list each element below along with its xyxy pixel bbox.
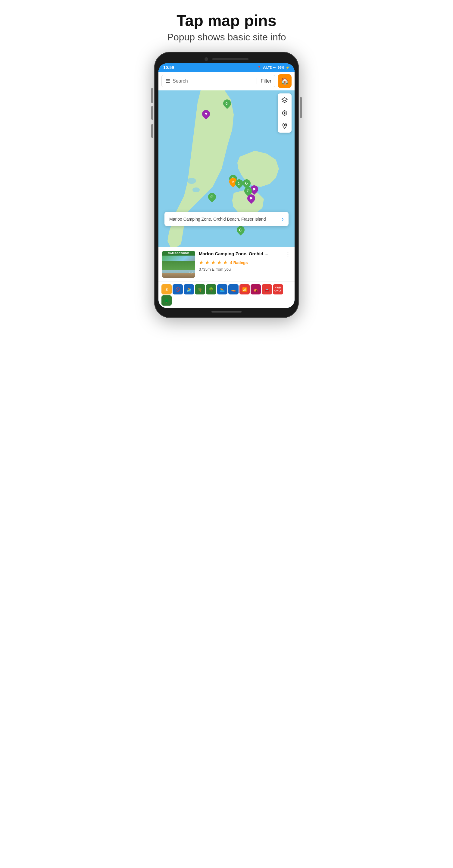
target-button[interactable] bbox=[279, 107, 290, 119]
heart-icon[interactable]: ♡ bbox=[189, 270, 193, 276]
search-placeholder[interactable]: Search bbox=[172, 79, 254, 84]
vol-up-button bbox=[151, 106, 153, 120]
star-3: ★ bbox=[211, 259, 216, 266]
card-title-row: Marloo Camping Zone, Orchid ... ⋮ bbox=[199, 251, 291, 258]
filter-label[interactable]: Filter bbox=[257, 79, 271, 84]
map-pin-11[interactable]: ☪ bbox=[237, 226, 245, 234]
star-2: ★ bbox=[205, 259, 209, 266]
location-icon: 📍 bbox=[257, 66, 261, 70]
svg-point-5 bbox=[284, 113, 285, 114]
phone-device: 10:59 📍 VoLTE ▪▪▪ 99% ⚡ ☰ Search Filter … bbox=[154, 52, 299, 318]
phone-top-bar bbox=[158, 57, 295, 61]
map-pin-8[interactable]: ⚑ bbox=[247, 194, 255, 202]
map-pin-1[interactable]: ⚑ bbox=[202, 110, 210, 118]
status-bar: 10:59 📍 VoLTE ▪▪▪ 99% ⚡ bbox=[158, 63, 295, 72]
home-indicator bbox=[212, 311, 241, 313]
card-info: Marloo Camping Zone, Orchid ... ⋮ ★ ★ ★ … bbox=[199, 251, 291, 278]
speaker-bar bbox=[212, 58, 249, 60]
amenity-icon-2: 🏄 bbox=[184, 284, 194, 294]
vol-down-button bbox=[151, 124, 153, 138]
amenity-icon-3: 🌴 bbox=[195, 284, 205, 294]
layers-button[interactable] bbox=[279, 95, 290, 106]
card-stars: ★ ★ ★ ★ ★ 4 Ratings bbox=[199, 259, 291, 266]
map-pin-4[interactable]: ☪ bbox=[235, 179, 243, 187]
svg-point-10 bbox=[284, 124, 286, 126]
card-thumbnail: CAMPGROUND ♡ bbox=[162, 251, 195, 278]
status-time: 10:59 bbox=[163, 65, 174, 70]
page-title: Tap map pins bbox=[167, 12, 286, 29]
amenity-icon-5: 🏊 bbox=[217, 284, 227, 294]
amenity-icon-7: 📶 bbox=[239, 284, 250, 294]
map-controls bbox=[278, 93, 292, 133]
map-popup[interactable]: Marloo Camping Zone, Orchid Beach, Frase… bbox=[164, 212, 289, 226]
svg-point-2 bbox=[192, 187, 200, 192]
search-input-area[interactable]: ☰ Search Filter bbox=[161, 75, 275, 87]
amenity-icon-0: $ bbox=[161, 284, 172, 294]
data-icon: VoLTE bbox=[263, 66, 272, 69]
card-title: Marloo Camping Zone, Orchid ... bbox=[199, 251, 283, 257]
map-pin-9[interactable]: ☪ bbox=[208, 193, 216, 201]
amenity-row: $🚫🏄🌴🌳🏊🚤📶⛺🚗4WDONLY🌲 bbox=[158, 281, 295, 308]
card-menu-button[interactable]: ⋮ bbox=[285, 251, 291, 258]
pin-tool-button[interactable] bbox=[279, 120, 290, 131]
camera-dot bbox=[204, 57, 208, 61]
svg-point-1 bbox=[187, 178, 196, 184]
amenity-icon-10: 4WDONLY bbox=[273, 284, 283, 294]
map-pin-7[interactable]: ☪ bbox=[244, 187, 252, 195]
amenity-icon-4: 🌳 bbox=[206, 284, 216, 294]
ratings-count: 4 Ratings bbox=[230, 260, 248, 265]
star-4: ★ bbox=[217, 259, 222, 266]
phone-bottom-bar bbox=[158, 311, 295, 313]
page-header: Tap map pins Popup shows basic site info bbox=[167, 12, 286, 43]
popup-text: Marloo Camping Zone, Orchid Beach, Frase… bbox=[169, 217, 266, 221]
map-area[interactable]: ☪ ⚑ ☪ ☀ ☪ ☪ ⚑ ☪ ⚑ ☪ bbox=[158, 90, 295, 247]
map-pin-0[interactable]: ☪ bbox=[223, 99, 231, 107]
battery-text: 99% bbox=[278, 66, 284, 69]
phone-screen: 10:59 📍 VoLTE ▪▪▪ 99% ⚡ ☰ Search Filter … bbox=[158, 63, 295, 308]
page-subtitle: Popup shows basic site info bbox=[167, 32, 286, 43]
status-icons: 📍 VoLTE ▪▪▪ 99% ⚡ bbox=[257, 66, 290, 70]
amenity-icon-8: ⛺ bbox=[251, 284, 261, 294]
wifi-icon: ▪▪▪ bbox=[273, 66, 277, 69]
popup-arrow: › bbox=[282, 216, 284, 222]
svg-marker-3 bbox=[282, 98, 287, 101]
home-button[interactable]: 🏠 bbox=[278, 74, 292, 88]
hamburger-icon[interactable]: ☰ bbox=[165, 78, 170, 84]
card-thumb-label: CAMPGROUND bbox=[162, 251, 195, 255]
amenity-icon-9: 🚗 bbox=[262, 284, 272, 294]
map-pin-5[interactable]: ☪ bbox=[243, 179, 251, 187]
search-bar: ☰ Search Filter 🏠 bbox=[158, 72, 295, 90]
battery-icon: ⚡ bbox=[286, 66, 290, 70]
bottom-card[interactable]: CAMPGROUND ♡ Marloo Camping Zone, Orchid… bbox=[158, 247, 295, 281]
amenity-icon-1: 🚫 bbox=[172, 284, 183, 294]
star-1: ★ bbox=[199, 259, 204, 266]
amenity-icon-6: 🚤 bbox=[228, 284, 238, 294]
star-5: ★ bbox=[223, 259, 228, 266]
home-icon: 🏠 bbox=[281, 77, 289, 85]
amenity-icon-11: 🌲 bbox=[161, 296, 172, 306]
card-distance: 3735m E from you bbox=[199, 267, 291, 272]
